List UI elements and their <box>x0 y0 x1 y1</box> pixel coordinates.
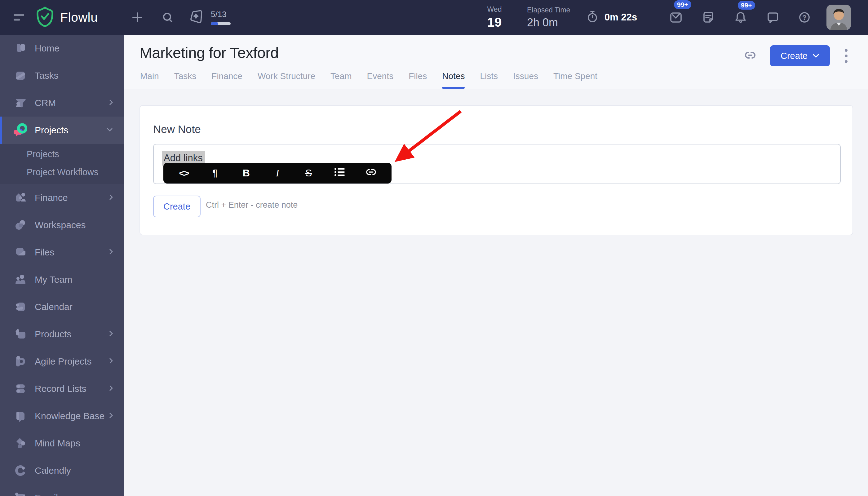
tab-files[interactable]: Files <box>408 71 427 89</box>
sidebar-item-agile-projects[interactable]: Agile Projects <box>0 348 124 375</box>
quick-add-button[interactable] <box>130 10 144 25</box>
goal-progress-bar <box>211 22 231 25</box>
products-icon <box>14 327 27 341</box>
tab-tasks[interactable]: Tasks <box>174 71 197 89</box>
elapsed-time-widget[interactable]: Elapsed Time 2h 0m <box>527 6 570 29</box>
italic-icon[interactable]: I <box>270 167 284 179</box>
sidebar-item-workspaces[interactable]: Workspaces <box>0 212 124 239</box>
sidebar-item-label: CRM <box>35 98 108 108</box>
inbox-icon[interactable]: 99+ <box>669 10 683 25</box>
strikethrough-icon[interactable]: S <box>302 167 315 179</box>
search-icon[interactable] <box>160 10 175 25</box>
submenu-item-label: Project Workflows <box>27 167 98 177</box>
sidebar-item-label: Record Lists <box>35 384 108 394</box>
sidebar-item-knowledge-base[interactable]: Knowledge Base <box>0 402 124 430</box>
my-team-icon <box>14 273 27 286</box>
tab-main[interactable]: Main <box>140 71 159 89</box>
submenu-item-project-workflows[interactable]: Project Workflows <box>0 163 124 181</box>
tab-work-structure[interactable]: Work Structure <box>258 71 315 89</box>
calendar-date-widget[interactable]: Wed 19 <box>484 5 505 30</box>
tab-events[interactable]: Events <box>367 71 394 89</box>
tab-team[interactable]: Team <box>330 71 352 89</box>
sidebar-item-label: Agile Projects <box>35 356 108 367</box>
help-icon[interactable]: ? <box>797 10 811 25</box>
sidebar-item-crm[interactable]: CRM <box>0 89 124 117</box>
sidebar-item-label: Calendar <box>35 301 113 312</box>
finance-icon <box>14 191 27 205</box>
header-actions: Create <box>743 45 849 66</box>
sidebar-item-files[interactable]: Files <box>0 239 124 266</box>
sidebar-item-home[interactable]: Home <box>0 35 124 62</box>
sidebar-item-finance[interactable]: Finance <box>0 184 124 212</box>
header-create-button[interactable]: Create <box>770 45 830 66</box>
checklist-icon <box>188 9 204 26</box>
note-editor[interactable]: Add links <> ¶ B I S <box>153 144 841 184</box>
weekday-label: Wed <box>484 5 505 14</box>
app-logo[interactable]: Flowlu <box>35 6 98 29</box>
tab-notes[interactable]: Notes <box>442 71 465 89</box>
goal-progress-widget[interactable]: 5/13 <box>188 9 231 26</box>
chevron-right-icon <box>108 330 113 339</box>
bold-icon[interactable]: B <box>239 167 253 179</box>
agile-projects-icon <box>14 355 27 368</box>
tab-time-spent[interactable]: Time Spent <box>553 71 598 89</box>
tab-finance[interactable]: Finance <box>212 71 243 89</box>
note-create-button[interactable]: Create <box>153 196 201 217</box>
projects-icon <box>14 123 27 137</box>
project-tabs: Main Tasks Finance Work Structure Team E… <box>140 71 598 89</box>
chevron-right-icon <box>108 412 113 420</box>
sidebar-item-label: Files <box>35 247 108 258</box>
sidebar-item-projects[interactable]: Projects <box>0 117 124 144</box>
sidebar-item-tasks[interactable]: Tasks <box>0 62 124 89</box>
sidebar-item-email[interactable]: Email <box>0 484 124 496</box>
stopwatch-icon <box>585 10 600 25</box>
email-icon <box>14 491 27 496</box>
sidebar-item-record-lists[interactable]: Record Lists <box>0 375 124 402</box>
link-icon[interactable] <box>364 167 378 179</box>
topbar: Flowlu 5/13 Wed 19 Elapsed Time 2h 0m <box>0 0 868 35</box>
sidebar-item-my-team[interactable]: My Team <box>0 266 124 293</box>
chevron-down-icon <box>812 53 819 58</box>
day-number: 19 <box>484 15 505 30</box>
copy-link-icon[interactable] <box>743 48 757 63</box>
sidebar-item-mind-maps[interactable]: Mind Maps <box>0 430 124 457</box>
paragraph-icon[interactable]: ¶ <box>208 167 222 179</box>
user-avatar[interactable] <box>826 5 851 30</box>
svg-text:?: ? <box>802 14 806 21</box>
project-header: Marketing for Texford Main Tasks Finance… <box>124 35 868 89</box>
bullet-list-icon[interactable] <box>333 167 346 180</box>
workspaces-icon <box>14 218 27 232</box>
create-note-hint: Ctrl + Enter - create note <box>206 200 298 210</box>
new-note-heading: New Note <box>153 123 201 136</box>
knowledge-base-icon <box>14 409 27 423</box>
main-content: Marketing for Texford Main Tasks Finance… <box>124 35 868 496</box>
chat-icon[interactable] <box>766 10 780 25</box>
calendar-icon <box>14 300 27 314</box>
format-toolbar: <> ¶ B I S <box>164 163 391 184</box>
submenu-item-projects[interactable]: Projects <box>0 145 124 163</box>
sidebar-item-label: Calendly <box>35 465 113 476</box>
chevron-right-icon <box>108 357 113 366</box>
sidebar-item-label: My Team <box>35 274 113 285</box>
notes-feed-icon[interactable] <box>701 10 715 25</box>
code-icon[interactable]: <> <box>177 168 191 179</box>
tab-lists[interactable]: Lists <box>480 71 498 89</box>
menu-toggle-icon[interactable] <box>14 14 25 21</box>
sidebar-item-label: Email <box>35 493 113 496</box>
sidebar-item-label: Home <box>35 43 113 53</box>
sidebar-item-calendly[interactable]: Calendly <box>0 457 124 484</box>
more-options-icon[interactable] <box>843 47 849 65</box>
sidebar-item-label: Products <box>35 329 108 339</box>
elapsed-time-value: 2h 0m <box>527 16 570 29</box>
sidebar: Home Tasks CRM Projects Projec <box>0 35 124 496</box>
record-lists-icon <box>14 382 27 396</box>
sidebar-item-products[interactable]: Products <box>0 321 124 348</box>
sidebar-item-calendar[interactable]: Calendar <box>0 293 124 321</box>
notifications-bell-icon[interactable]: 99+ <box>733 10 748 25</box>
chevron-right-icon <box>108 193 113 202</box>
projects-submenu: Projects Project Workflows <box>0 144 124 184</box>
tab-issues[interactable]: Issues <box>513 71 538 89</box>
page-title: Marketing for Texford <box>140 44 279 61</box>
sidebar-item-label: Workspaces <box>35 220 113 230</box>
timer-widget[interactable]: 0m 22s <box>585 10 637 25</box>
